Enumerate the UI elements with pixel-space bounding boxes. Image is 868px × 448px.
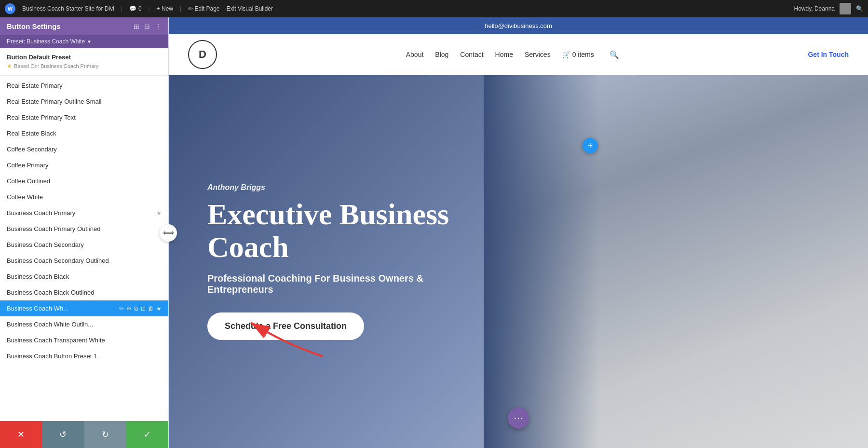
nav-search-icon[interactable]: 🔍	[610, 50, 619, 59]
preset-item-label: Real Estate Primary Outline Small	[7, 98, 162, 105]
preset-list-item[interactable]: Coffee Secondary	[0, 141, 168, 157]
preset-item-label: Business Coach Button Preset 1	[7, 353, 162, 360]
preset-list-item[interactable]: Business Coach Primary★	[0, 205, 168, 221]
floating-action-button[interactable]: ⋯	[508, 407, 529, 429]
hero-content: Anthony Briggs Executive Business Coach …	[169, 154, 506, 369]
duplicate-icon[interactable]: ⧉	[134, 305, 138, 312]
based-on-row: ★ Based On: Business Coach Primary	[7, 63, 162, 69]
cancel-button[interactable]: ✕	[0, 421, 42, 448]
cart-icon: 🛒	[562, 51, 570, 58]
nav-cta-button[interactable]: Get In Touch	[808, 51, 849, 58]
panel-title: Button Settings	[7, 22, 61, 30]
hero-section: Anthony Briggs Executive Business Coach …	[169, 75, 868, 448]
undo-button[interactable]: ↺	[42, 421, 84, 448]
redo-button[interactable]: ↻	[84, 421, 126, 448]
hero-author-name: Anthony Briggs	[207, 183, 468, 192]
preset-item-label: Business Coach Secondary Outlined	[7, 257, 162, 264]
preset-item-label: Real Estate Primary	[7, 82, 162, 89]
preset-list-item[interactable]: Real Estate Primary Text	[0, 109, 168, 125]
hero-person-image	[484, 75, 868, 448]
preset-list-item[interactable]: Business Coach Secondary Outlined	[0, 253, 168, 269]
preset-list-item[interactable]: Real Estate Primary Outline Small	[0, 94, 168, 109]
preset-list-item[interactable]: Real Estate Primary	[0, 78, 168, 94]
preset-star-icon[interactable]: ★	[156, 210, 162, 217]
preset-item-label: Business Coach Wh...	[7, 305, 119, 312]
preset-item-actions: ✏⚙⧉⊡🗑★	[119, 305, 162, 312]
add-section-button[interactable]: +	[583, 138, 598, 153]
more-options-icon[interactable]: ⋮	[155, 23, 162, 30]
preset-item-label: Coffee Secondary	[7, 146, 162, 153]
hero-subtitle: Professional Coaching For Business Owner…	[207, 273, 468, 295]
site-topbar: hello@divibusiness.com	[169, 17, 868, 34]
preset-list-item[interactable]: Coffee Primary	[0, 157, 168, 173]
new-bar-item[interactable]: + New	[157, 5, 173, 12]
site-name-bar[interactable]: Business Coach Starter Site for Divi	[22, 5, 114, 12]
preset-list-item[interactable]: Business Coach Black	[0, 269, 168, 285]
preset-item-label: Business Coach Primary	[7, 209, 156, 217]
preset-list-item[interactable]: Business Coach Button Preset 1	[0, 348, 168, 364]
preset-item-label: Business Coach Secondary	[7, 241, 162, 248]
preset-item-label: Business Coach Primary Outlined	[7, 225, 162, 232]
preset-item-label: Coffee Outlined	[7, 177, 162, 185]
preset-list-item[interactable]: Business Coach Wh...✏⚙⧉⊡🗑★	[0, 300, 168, 316]
preset-list: Real Estate PrimaryReal Estate Primary O…	[0, 76, 168, 421]
preset-item-label: Business Coach Black Outlined	[7, 289, 162, 296]
nav-blog[interactable]: Blog	[435, 51, 448, 58]
panel-header: Button Settings ⊞ ⊟ ⋮	[0, 17, 168, 35]
grid-icon[interactable]: ⊟	[144, 23, 150, 30]
delete-icon[interactable]: 🗑	[148, 305, 154, 312]
cart-count: 0 items	[572, 51, 594, 58]
bottom-toolbar: ✕ ↺ ↻ ✓	[0, 421, 168, 448]
panel-header-icons: ⊞ ⊟ ⋮	[134, 23, 162, 30]
preset-item-label: Real Estate Black	[7, 130, 162, 137]
settings-icon[interactable]: ⚙	[126, 305, 132, 312]
avatar	[840, 3, 851, 14]
preset-list-item[interactable]: Business Coach White Outlin...	[0, 316, 168, 332]
preset-list-item[interactable]: Real Estate Black	[0, 125, 168, 141]
preset-selector-row[interactable]: Preset: Business Coach White ▼	[0, 35, 168, 48]
preset-list-item[interactable]: Coffee Outlined	[0, 173, 168, 189]
hero-title: Executive Business Coach	[207, 198, 468, 263]
site-logo: D	[188, 40, 217, 69]
panel-collapse-arrow[interactable]: ⟺	[160, 224, 177, 242]
copy-icon[interactable]: ⊡	[141, 305, 146, 312]
preset-item-label: Business Coach Transparent White	[7, 337, 162, 344]
edit-page-bar-item[interactable]: ✏ Edit Page	[188, 5, 219, 12]
nav-home[interactable]: Home	[495, 51, 513, 58]
comment-bar-item[interactable]: 💬 0	[129, 5, 142, 12]
preset-item-label: Real Estate Primary Text	[7, 114, 162, 121]
preset-dropdown-arrow: ▼	[87, 39, 92, 44]
site-nav: D About Blog Contact Home Services 🛒 0 i…	[169, 34, 868, 75]
star-icon[interactable]: ★	[156, 305, 162, 312]
main-layout: Button Settings ⊞ ⊟ ⋮ Preset: Business C…	[0, 17, 868, 448]
preset-label: Preset: Business Coach White	[7, 38, 85, 45]
preset-item-label: Business Coach Black	[7, 273, 162, 280]
desktop-view-icon[interactable]: ⊞	[134, 23, 139, 30]
nav-about[interactable]: About	[406, 51, 424, 58]
preset-list-item[interactable]: Business Coach Black Outlined	[0, 285, 168, 300]
admin-search-icon[interactable]: 🔍	[856, 5, 863, 12]
howdy-label: Howdy, Deanna	[794, 5, 835, 12]
preset-list-item[interactable]: Business Coach Secondary	[0, 237, 168, 253]
default-preset-section: Button Default Preset ★ Based On: Busine…	[0, 48, 168, 76]
based-on-label: Based On: Business Coach Primary	[14, 63, 98, 69]
cart[interactable]: 🛒 0 items	[562, 51, 594, 58]
wp-admin-bar: W Business Coach Starter Site for Divi |…	[0, 0, 868, 17]
exit-builder-bar-item[interactable]: Exit Visual Builder	[227, 5, 273, 12]
preset-list-item[interactable]: Business Coach Transparent White	[0, 332, 168, 348]
based-on-star-icon: ★	[7, 63, 12, 69]
wp-logo-icon[interactable]: W	[5, 3, 15, 14]
preset-list-item[interactable]: Coffee White	[0, 189, 168, 205]
nav-links: About Blog Contact Home Services 🛒 0 ite…	[231, 50, 793, 59]
confirm-button[interactable]: ✓	[126, 421, 168, 448]
preset-list-item[interactable]: Business Coach Primary Outlined	[0, 221, 168, 237]
hero-cta-button[interactable]: Schedule a Free Consultation	[207, 312, 364, 340]
button-settings-panel: Button Settings ⊞ ⊟ ⋮ Preset: Business C…	[0, 17, 169, 448]
comment-count: 0	[138, 5, 142, 12]
topbar-email[interactable]: hello@divibusiness.com	[485, 22, 552, 29]
preset-item-label: Business Coach White Outlin...	[7, 321, 162, 328]
preset-item-label: Coffee White	[7, 193, 162, 201]
edit-icon[interactable]: ✏	[119, 305, 124, 312]
nav-contact[interactable]: Contact	[460, 51, 483, 58]
nav-services[interactable]: Services	[525, 51, 551, 58]
